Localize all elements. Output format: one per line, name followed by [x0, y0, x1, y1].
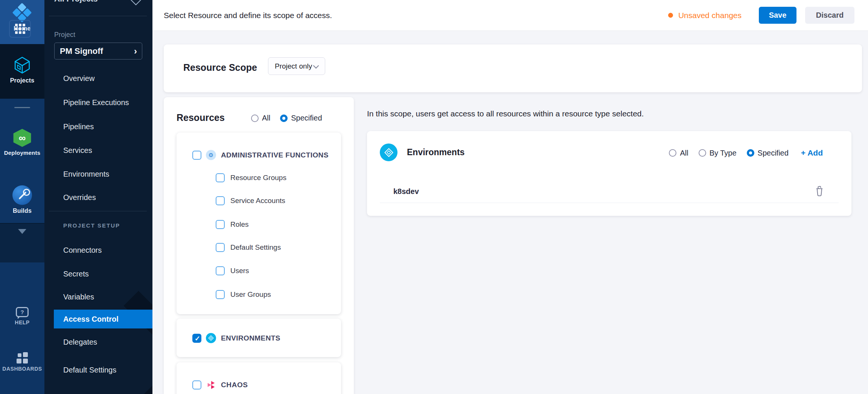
sidebar-item-variables[interactable]: Variables	[44, 287, 152, 306]
dropdown-value: Project only	[275, 62, 312, 70]
resource-scope-card: Resource Scope Project only	[164, 44, 862, 92]
group-row: ENVIRONMENTS	[192, 333, 280, 343]
radio-label: All	[262, 114, 270, 122]
sidebar-item-delegates[interactable]: Delegates	[44, 333, 152, 351]
environments-icon	[206, 333, 216, 343]
environments-checkbox[interactable]	[192, 334, 201, 343]
sidebar-item-overrides[interactable]: Overrides	[44, 188, 152, 207]
sub-row: Resource Groups	[216, 173, 286, 182]
discard-button[interactable]: Discard	[805, 7, 854, 24]
nav-label: Pipeline Executions	[63, 98, 129, 107]
nav-label: Overview	[63, 74, 94, 83]
chevron-down-icon	[18, 229, 26, 234]
rail-item-dashboards[interactable]: DASHBOARDS	[0, 352, 44, 372]
resources-radio-group: All Specified	[251, 114, 322, 122]
sidebar-item-connectors[interactable]: Connectors	[44, 241, 152, 260]
group-label: CHAOS	[221, 381, 248, 389]
radio-icon	[669, 149, 676, 157]
module-picker-button[interactable]	[9, 20, 31, 38]
resource-groups-checkbox[interactable]	[216, 173, 225, 182]
project-selector[interactable]: PM Signoff ›	[54, 43, 142, 60]
add-resource-button[interactable]: + Add	[801, 148, 823, 157]
sub-label: Resource Groups	[230, 174, 286, 182]
nav-label: Delegates	[63, 338, 97, 347]
sidebar-item-pipelines[interactable]: Pipelines	[44, 117, 152, 136]
radio-all[interactable]: All	[669, 149, 688, 157]
nav-label: Access Control	[63, 315, 119, 324]
resource-group-card-environments: ENVIRONMENTS	[177, 319, 341, 357]
chevron-down-icon	[313, 63, 319, 69]
project-setup-section-title: PROJECT SETUP	[63, 222, 120, 229]
sub-row: Roles	[216, 220, 249, 229]
environments-icon	[380, 144, 397, 161]
help-chat-icon: ?	[16, 307, 29, 317]
resource-row-k8sdev: k8sdev	[393, 185, 825, 198]
project-label: Project	[54, 31, 75, 39]
radio-specified[interactable]: Specified	[747, 149, 789, 157]
sub-label: Service Accounts	[230, 197, 285, 205]
radio-specified[interactable]: Specified	[280, 114, 322, 122]
radio-all[interactable]: All	[251, 114, 270, 122]
nav-label: Secrets	[63, 270, 89, 278]
rail-item-deployments[interactable]: ∞ Deployments	[0, 129, 44, 156]
module-rail: Home Projects ∞ Deployments Builds ? HEL…	[0, 0, 44, 394]
deployments-icon: ∞	[12, 129, 32, 147]
sidebar-item-default-settings[interactable]: Default Settings	[44, 360, 152, 379]
nav-label: Connectors	[63, 246, 102, 255]
rail-item-label: DASHBOARDS	[2, 366, 42, 372]
scope-switcher-label[interactable]: All Projects	[54, 0, 98, 3]
rail-collapse-chevron[interactable]	[0, 229, 44, 234]
sub-label: Roles	[230, 220, 249, 229]
divider	[49, 16, 147, 16]
projects-cube-icon	[13, 56, 32, 75]
radio-label: All	[680, 149, 688, 157]
resources-title: Resources	[177, 112, 225, 123]
builds-icon	[12, 185, 32, 205]
scope-description: In this scope, users get access to all r…	[367, 109, 644, 118]
project-name: PM Signoff	[60, 46, 103, 56]
sub-row: Users	[216, 266, 249, 275]
service-accounts-checkbox[interactable]	[216, 196, 225, 205]
nav-label: Variables	[63, 293, 94, 301]
sub-label: Users	[230, 267, 249, 275]
group-row: ⚙ ADMINISTRATIVE FUNCTIONS	[192, 150, 329, 160]
resource-name: k8sdev	[393, 187, 419, 196]
save-button[interactable]: Save	[759, 7, 796, 24]
grid-icon	[15, 24, 25, 34]
sidebar-item-secrets[interactable]: Secrets	[44, 264, 152, 283]
chaos-checkbox[interactable]	[192, 380, 201, 389]
radio-by-type[interactable]: By Type	[699, 149, 737, 157]
sidebar-item-access-control[interactable]: Access Control	[54, 310, 152, 328]
rail-item-label: HELP	[15, 319, 29, 325]
delete-resource-button[interactable]	[814, 185, 825, 197]
admin-functions-checkbox[interactable]	[192, 151, 201, 160]
resource-group-card-administrative-functions: ⚙ ADMINISTRATIVE FUNCTIONS Resource Grou…	[177, 133, 341, 314]
resource-scope-title: Resource Scope	[183, 62, 257, 73]
sub-row: User Groups	[216, 290, 271, 299]
sidebar-item-templates[interactable]: Templates	[44, 388, 152, 394]
radio-icon-selected	[747, 149, 754, 157]
chaos-icon	[206, 380, 216, 390]
resources-panel: Resources All Specified ⚙ ADMINISTRATIVE…	[164, 97, 354, 394]
unsaved-dot-icon	[668, 13, 673, 18]
rail-divider	[14, 107, 30, 108]
sidebar-item-environments[interactable]: Environments	[44, 165, 152, 183]
user-groups-checkbox[interactable]	[216, 290, 225, 299]
cube-icon	[131, 0, 141, 5]
group-row: CHAOS	[192, 380, 248, 390]
rail-item-projects[interactable]: Projects	[0, 56, 44, 84]
users-checkbox[interactable]	[216, 266, 225, 275]
sidebar-item-overview[interactable]: Overview	[44, 69, 152, 88]
resource-scope-dropdown[interactable]: Project only	[268, 57, 325, 75]
default-settings-checkbox[interactable]	[216, 243, 225, 252]
gear-icon: ⚙	[206, 150, 216, 160]
rail-item-help[interactable]: ? HELP	[0, 307, 44, 325]
unsaved-changes-indicator: Unsaved changes	[668, 11, 742, 20]
nav-label: Default Settings	[63, 366, 116, 374]
radio-icon	[699, 149, 706, 157]
sidebar-item-services[interactable]: Services	[44, 141, 152, 160]
sidebar-item-pipeline-executions[interactable]: Pipeline Executions	[44, 93, 152, 112]
rail-item-builds[interactable]: Builds	[0, 185, 44, 214]
roles-checkbox[interactable]	[216, 220, 225, 229]
sub-label: Default Settings	[230, 243, 281, 252]
